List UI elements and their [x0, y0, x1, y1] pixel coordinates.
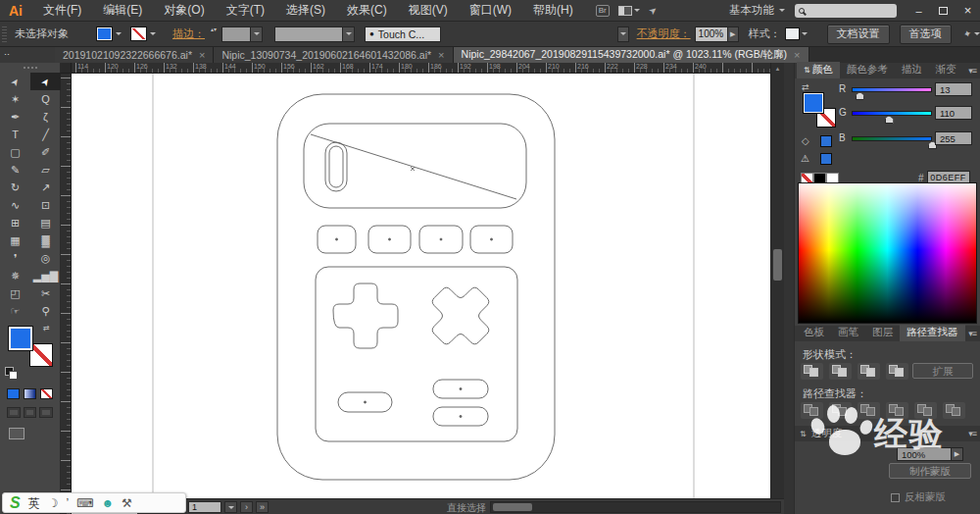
- panel-tab-3[interactable]: 路径查找器: [900, 325, 965, 341]
- channel-slider-B[interactable]: [852, 136, 932, 141]
- magic-wand-tool[interactable]: ✶: [0, 90, 30, 108]
- color-tab-2[interactable]: 描边: [895, 62, 929, 78]
- document-tab[interactable]: Nipic_29842067_20190829115439732000.ai* …: [454, 47, 809, 63]
- line-segment-tool[interactable]: ╱: [30, 126, 61, 143]
- invert-mask-checkbox[interactable]: [891, 493, 900, 502]
- zoom-tool[interactable]: ⚲: [30, 302, 61, 320]
- close-button[interactable]: ×: [956, 2, 980, 20]
- exclude-icon[interactable]: [886, 363, 908, 380]
- dock-divider[interactable]: [784, 63, 794, 514]
- perspective-grid-tool[interactable]: ▤: [30, 214, 61, 231]
- slice-tool[interactable]: ✂: [30, 284, 61, 302]
- horizontal-scroll-thumb[interactable]: [493, 503, 532, 511]
- slider-thumb[interactable]: [885, 116, 894, 124]
- channel-value-field[interactable]: 110: [935, 106, 972, 120]
- fill-proxy-swatch[interactable]: [8, 326, 33, 351]
- transparency-panel-header[interactable]: ⇅ 透明度 ▾≡: [795, 426, 980, 441]
- next-artboard-button[interactable]: ›: [240, 501, 253, 513]
- fill-dropdown[interactable]: [114, 26, 122, 41]
- stroke-weight-link[interactable]: 描边：: [172, 26, 205, 41]
- style-dropdown[interactable]: [801, 26, 809, 41]
- scroll-up-icon[interactable]: ▲: [771, 63, 784, 75]
- in-gamut-color-swatch[interactable]: [820, 153, 832, 165]
- swap-fill-stroke-icon[interactable]: ⇄: [43, 324, 50, 333]
- search-box[interactable]: [795, 4, 897, 18]
- dock-grip[interactable]: [0, 63, 60, 73]
- document-tab[interactable]: 20191021092322666676.ai*×: [55, 47, 214, 63]
- menu-item[interactable]: 窗口(W): [459, 2, 522, 19]
- menu-item[interactable]: 帮助(H): [522, 2, 584, 19]
- arrange-documents-icon[interactable]: [618, 6, 640, 16]
- menu-item[interactable]: 选择(S): [275, 2, 336, 19]
- toolbox-icon[interactable]: ⚒: [122, 497, 132, 509]
- trim-icon[interactable]: [829, 402, 852, 419]
- hand-tool[interactable]: ☞: [0, 302, 30, 320]
- gpu-performance-icon[interactable]: ➤: [646, 4, 659, 18]
- moon-icon[interactable]: ☽: [48, 497, 59, 509]
- ruler-origin-corner[interactable]: [61, 63, 72, 74]
- eyedropper-tool[interactable]: ❜: [0, 249, 30, 267]
- transparency-opacity-dropdown[interactable]: ▶: [952, 447, 963, 461]
- bridge-icon[interactable]: Br: [596, 5, 610, 17]
- none-mode-button[interactable]: [40, 388, 53, 399]
- pen-tool[interactable]: ✒: [0, 108, 30, 126]
- eraser-tool[interactable]: ▱: [30, 161, 61, 179]
- selection-tool[interactable]: ➤: [0, 73, 30, 90]
- menu-item[interactable]: 视图(V): [398, 2, 459, 19]
- direct-selection-tool[interactable]: ➤: [30, 73, 61, 90]
- sogou-logo-icon[interactable]: S: [10, 495, 21, 511]
- rotate-tool[interactable]: ↻: [0, 179, 30, 196]
- minus-front-icon[interactable]: [829, 363, 852, 380]
- expand-button[interactable]: 扩展: [912, 363, 973, 379]
- search-input[interactable]: [808, 6, 887, 16]
- artboard-dropdown-button[interactable]: [224, 501, 237, 513]
- panel-grip[interactable]: [2, 26, 7, 42]
- make-mask-button[interactable]: 制作蒙版: [889, 463, 971, 479]
- tab-close-icon[interactable]: ×: [199, 49, 205, 61]
- restore-button[interactable]: [931, 2, 956, 20]
- menu-item[interactable]: 对象(O): [153, 2, 215, 19]
- stroke-weight-stepper[interactable]: ▴▾: [209, 26, 219, 42]
- color-tab-1[interactable]: 颜色参考: [840, 62, 895, 78]
- color-tab-3[interactable]: 渐变: [929, 62, 963, 78]
- slider-thumb[interactable]: [856, 92, 864, 100]
- transparency-opacity-field[interactable]: 100%: [897, 447, 952, 461]
- rectangle-tool[interactable]: ▢: [0, 143, 30, 161]
- keyboard-icon[interactable]: ⌨: [76, 497, 93, 509]
- arrange-documents-dropdown[interactable]: ✦: [963, 28, 980, 39]
- artboard-number-field[interactable]: 1: [188, 501, 221, 513]
- workspace-switcher[interactable]: 基本功能: [729, 3, 785, 18]
- last-artboard-button[interactable]: »: [256, 501, 269, 513]
- panel-tab-2[interactable]: 图层: [865, 325, 900, 341]
- draw-inside-button[interactable]: [39, 407, 53, 418]
- shape-builder-tool[interactable]: ⊞: [0, 214, 30, 231]
- menu-item[interactable]: 效果(C): [336, 2, 398, 19]
- fill-color-swatch[interactable]: [96, 26, 113, 41]
- channel-value-field[interactable]: 13: [935, 82, 972, 96]
- brush-definition-dropdown[interactable]: ● Touch C...: [365, 26, 441, 42]
- color-mode-button[interactable]: [7, 388, 20, 399]
- channel-value-field[interactable]: 255: [935, 131, 972, 145]
- stroke-weight-dropdown[interactable]: [221, 26, 263, 42]
- curvature-tool[interactable]: ζ: [30, 108, 61, 126]
- width-tool[interactable]: ∿: [0, 196, 30, 214]
- draw-normal-button[interactable]: [7, 407, 21, 418]
- vertical-scrollbar[interactable]: ▲: [770, 63, 784, 498]
- intersect-icon[interactable]: [858, 363, 880, 380]
- panel-menu-icon[interactable]: ▾≡: [968, 429, 976, 438]
- punctuation-icon[interactable]: ’: [66, 497, 69, 509]
- style-swatch[interactable]: [785, 27, 800, 40]
- horizontal-ruler[interactable]: 1141201261321381441501561621681741801861…: [61, 63, 770, 74]
- horizontal-scrollbar[interactable]: ▶◀: [490, 501, 781, 513]
- lasso-tool[interactable]: Q: [30, 90, 61, 108]
- minimize-button[interactable]: –: [906, 2, 931, 20]
- panel-tab-0[interactable]: 色板: [797, 325, 831, 341]
- scale-tool[interactable]: ↗: [30, 179, 61, 196]
- profile-icon[interactable]: ☻: [101, 497, 114, 509]
- menu-item[interactable]: 编辑(E): [92, 2, 153, 19]
- free-transform-tool[interactable]: ⊡: [30, 196, 61, 214]
- channel-slider-G[interactable]: [852, 111, 932, 116]
- panel-menu-icon[interactable]: ▾≡: [968, 329, 976, 338]
- channel-slider-R[interactable]: [852, 87, 932, 92]
- menu-item[interactable]: 文件(F): [32, 2, 92, 19]
